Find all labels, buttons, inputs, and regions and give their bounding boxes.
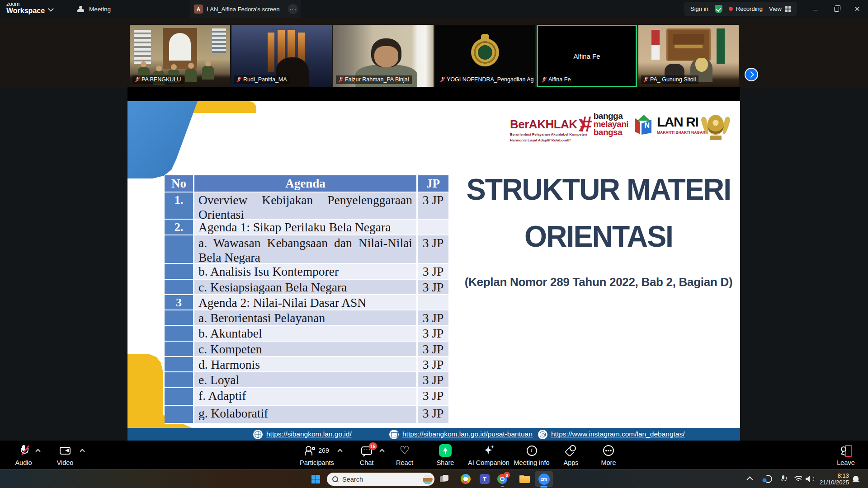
ai-companion-button[interactable]: AI Companion bbox=[466, 441, 511, 469]
cell-jp: 3 JP bbox=[418, 372, 448, 388]
table-row: e. Loyal 3 JP bbox=[165, 372, 450, 388]
participant-name: Faizur Rahman_PA Binjai bbox=[345, 76, 409, 83]
zoom-app-button[interactable]: zm bbox=[535, 471, 553, 487]
tray-volume-button[interactable] bbox=[806, 469, 813, 488]
cell-no bbox=[165, 310, 194, 326]
mic-slash-icon bbox=[21, 445, 29, 455]
participant-tile[interactable]: PA_ Gunung Sitoli bbox=[638, 25, 739, 87]
windows-taskbar: T 8 zm Search 8:13 21/10/2025 bbox=[0, 469, 868, 488]
wifi-icon bbox=[794, 476, 802, 482]
participant-name: PA_ Gunung Sitoli bbox=[650, 76, 696, 83]
search-box[interactable]: Search bbox=[327, 473, 434, 486]
notification-bell-button[interactable] bbox=[853, 469, 859, 488]
cell-jp bbox=[418, 295, 448, 310]
mic-icon bbox=[21, 445, 27, 456]
cell-no bbox=[165, 372, 194, 388]
audio-options-chevron[interactable] bbox=[35, 449, 40, 454]
audio-button[interactable]: Audio bbox=[12, 441, 35, 469]
agenda-table: No Agenda JP 1. Overview Kebijakan Penye… bbox=[165, 175, 450, 424]
leave-button[interactable]: Leave bbox=[834, 441, 858, 469]
copilot-button[interactable] bbox=[460, 469, 471, 488]
more-icon: ••• bbox=[603, 445, 614, 456]
slide-title: STRUKTUR MATERI ORIENTASI bbox=[457, 174, 740, 252]
recording-indicator[interactable]: Recording bbox=[729, 5, 763, 12]
footer-link[interactable]: https://www.instagram.com/lan_debangtas/ bbox=[538, 430, 685, 439]
tray-mic-icon bbox=[781, 475, 786, 483]
tab-meeting[interactable]: Meeting bbox=[77, 0, 111, 18]
video-button[interactable]: Video bbox=[53, 441, 77, 469]
speaker-icon bbox=[806, 476, 813, 482]
tray-wifi-button[interactable] bbox=[794, 469, 802, 488]
chrome-button[interactable]: 8 bbox=[497, 469, 508, 488]
participants-chevron[interactable] bbox=[337, 449, 342, 454]
participant-tile[interactable]: PA BENGKULU bbox=[130, 25, 230, 87]
sign-in-button[interactable]: Sign in bbox=[690, 5, 708, 12]
search-highlight-image bbox=[422, 474, 433, 485]
zoom-workspace-logo: zoom Workspace bbox=[6, 1, 45, 15]
cell-no: 2. bbox=[165, 220, 194, 235]
task-view-button[interactable] bbox=[439, 469, 450, 488]
video-options-chevron[interactable] bbox=[80, 449, 85, 454]
search-placeholder: Search bbox=[342, 476, 363, 483]
zoom-meeting-window: zoom Workspace Meeting A LAN_Alfina Fedo… bbox=[0, 0, 868, 488]
more-button[interactable]: ••• More bbox=[597, 441, 620, 469]
table-row: 2. Agenda 1: Sikap Perilaku Bela Negara bbox=[165, 220, 450, 235]
close-button[interactable]: ✕ bbox=[847, 0, 867, 18]
workspace-brand: Workspace bbox=[6, 7, 45, 15]
cell-no bbox=[165, 280, 194, 295]
react-button[interactable]: ♡ React bbox=[393, 441, 416, 469]
taskbar-clock[interactable]: 8:13 21/10/2025 bbox=[816, 469, 849, 488]
col-no: No bbox=[165, 175, 194, 192]
zoom-toolbar: Audio Video 269 Participants Chat 15 ♡ R… bbox=[0, 441, 868, 469]
next-participants-button[interactable] bbox=[745, 68, 758, 81]
participant-tile[interactable]: YOGI NOFENDRA_Pengadilan Ag... bbox=[435, 25, 535, 87]
tray-sync-button[interactable] bbox=[764, 469, 772, 488]
share-button[interactable]: Share bbox=[434, 441, 457, 469]
cell-jp: 3 JP bbox=[418, 280, 448, 295]
tab-more-button[interactable]: ··· bbox=[288, 4, 298, 14]
cell-agenda: d. Harmonis bbox=[194, 357, 418, 372]
tray-mic-button[interactable] bbox=[781, 469, 786, 488]
footer-link[interactable]: https://sibangkom.lan.go.id/ bbox=[253, 430, 352, 439]
tab-shared-screen[interactable]: A LAN_Alfina Fedora's screen ··· bbox=[190, 0, 302, 18]
restore-button[interactable] bbox=[826, 0, 846, 18]
participant-tile[interactable]: Alfina Fe Alfina Fe bbox=[537, 25, 637, 87]
table-row: 3 Agenda 2: Nilai-Nilai Dasar ASN bbox=[165, 295, 450, 310]
bangga-melayani-bangsa-logo: # bangga melayani bangsa bbox=[580, 112, 634, 136]
lan-ri-logo: N LAN RIMAKARTI BHAKTI NAGARI bbox=[634, 115, 707, 136]
cell-no bbox=[165, 326, 194, 342]
cell-jp: 3 JP bbox=[418, 264, 448, 280]
participant-tile[interactable]: Rudi_Panitia_MA bbox=[231, 25, 332, 87]
footer-link[interactable]: https://sibangkom.lan.go.id/pusat-bantua… bbox=[389, 430, 533, 439]
cell-agenda: b. Akuntabel bbox=[194, 326, 418, 342]
folder-icon bbox=[519, 475, 530, 483]
table-row: c. Kesiapsiagaan Bela Negara 3 JP bbox=[165, 280, 450, 295]
table-row: 1. Overview Kebijakan Penyelenggaraan Or… bbox=[165, 192, 450, 220]
react-heart-icon: ♡ bbox=[400, 446, 410, 455]
teams-button[interactable]: T bbox=[479, 469, 490, 488]
participant-label: PA BENGKULU bbox=[132, 75, 184, 84]
cell-no bbox=[165, 342, 194, 357]
view-grid-icon bbox=[785, 6, 791, 12]
chat-chevron[interactable] bbox=[379, 449, 384, 454]
security-shield-icon[interactable] bbox=[715, 5, 722, 13]
cell-jp: 3 JP bbox=[418, 310, 448, 326]
view-button[interactable]: View bbox=[769, 5, 791, 12]
cell-no: 3 bbox=[165, 295, 194, 310]
apps-button[interactable]: Apps bbox=[559, 441, 583, 469]
cell-jp: 3 JP bbox=[418, 326, 448, 342]
tray-chevron-button[interactable] bbox=[748, 469, 753, 488]
participant-label: Alfina Fe bbox=[539, 75, 573, 84]
gold-award-emblem bbox=[703, 112, 729, 140]
workspace-chevron-down-icon[interactable] bbox=[48, 6, 54, 12]
start-button[interactable] bbox=[310, 469, 321, 488]
minimize-button[interactable]: – bbox=[806, 0, 826, 18]
participants-button[interactable]: 269 Participants bbox=[296, 441, 338, 469]
shared-screen: BerAKHLAK❯ Berorientasi Pelayanan Akunta… bbox=[127, 87, 740, 441]
explorer-button[interactable] bbox=[519, 469, 530, 488]
task-view-icon bbox=[440, 475, 449, 483]
col-jp: JP bbox=[418, 175, 448, 192]
meeting-info-button[interactable]: i Meeting info bbox=[511, 441, 552, 469]
participant-tile[interactable]: Faizur Rahman_PA Binjai bbox=[333, 25, 434, 87]
table-row: d. Harmonis 3 JP bbox=[165, 357, 450, 372]
